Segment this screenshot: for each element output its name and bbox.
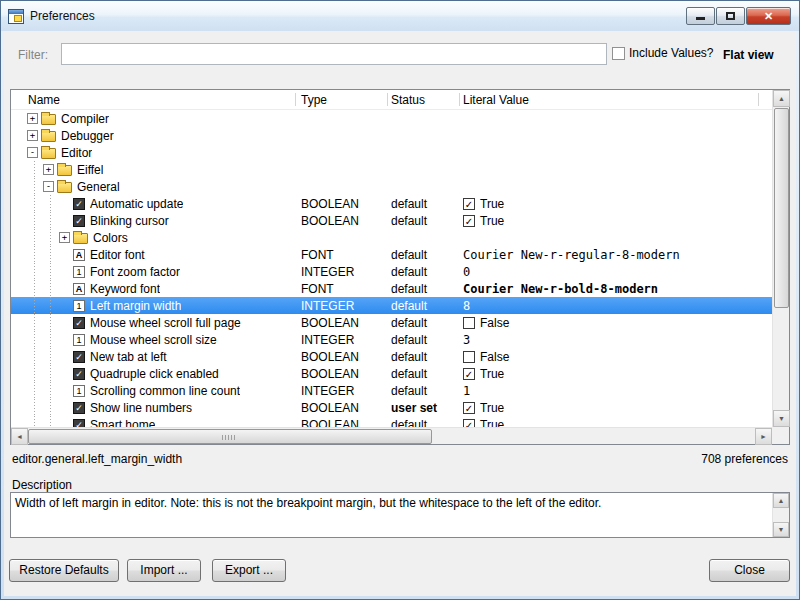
cell-status: default bbox=[387, 316, 459, 330]
value-text: 1 bbox=[463, 384, 470, 398]
scroll-down-icon[interactable]: ▼ bbox=[773, 522, 789, 537]
tree-row-debugger[interactable]: +Debugger bbox=[11, 127, 772, 144]
cell-status: default bbox=[387, 333, 459, 347]
unchecked-checkbox-icon[interactable] bbox=[463, 351, 475, 363]
tree-row-show-line-numbers[interactable]: ✓Show line numbersBOOLEANuser set✓True bbox=[11, 399, 772, 416]
tree-row-colors[interactable]: +Colors bbox=[11, 229, 772, 246]
vertical-scrollbar[interactable]: ▲ ▼ bbox=[772, 90, 789, 427]
include-values-checkbox[interactable] bbox=[612, 47, 625, 60]
folder-icon bbox=[57, 182, 72, 193]
filter-label: Filter: bbox=[18, 48, 48, 62]
tree-row-font-zoom-factor[interactable]: 1Font zoom factorINTEGERdefault0 bbox=[11, 263, 772, 280]
tree-row-quadruple-click-enabled[interactable]: ✓Quadruple click enabledBOOLEANdefault✓T… bbox=[11, 365, 772, 382]
checked-checkbox-icon[interactable]: ✓ bbox=[463, 402, 475, 414]
window-controls: ✕ bbox=[685, 7, 791, 25]
cell-literal-value: False bbox=[459, 316, 772, 330]
collapse-icon[interactable]: - bbox=[43, 181, 54, 192]
include-values-label: Include Values? bbox=[629, 46, 714, 60]
cell-name: +Debugger bbox=[11, 127, 297, 144]
tree-row-mouse-wheel-scroll-size[interactable]: 1Mouse wheel scroll sizeINTEGERdefault3 bbox=[11, 331, 772, 348]
cell-type: BOOLEAN bbox=[297, 350, 387, 364]
maximize-button[interactable] bbox=[716, 7, 745, 25]
cell-literal-value: 3 bbox=[459, 333, 772, 347]
column-header-name[interactable]: Name bbox=[11, 93, 297, 107]
close-button[interactable]: ✕ bbox=[746, 7, 791, 25]
expand-icon[interactable]: + bbox=[59, 232, 70, 243]
cell-name: +Colors bbox=[11, 229, 297, 246]
value-text: Courier New-r-bold-8-modern bbox=[463, 282, 658, 296]
minimize-button[interactable] bbox=[686, 7, 715, 25]
restore-defaults-button[interactable]: Restore Defaults bbox=[9, 559, 119, 582]
column-header-type[interactable]: Type bbox=[297, 93, 387, 107]
tree-row-eiffel[interactable]: +Eiffel bbox=[11, 161, 772, 178]
preference-name: Show line numbers bbox=[90, 401, 192, 415]
preference-name: Mouse wheel scroll size bbox=[90, 333, 217, 347]
collapse-icon[interactable]: - bbox=[27, 147, 38, 158]
cell-status: default bbox=[387, 418, 459, 428]
preference-name: Automatic update bbox=[90, 197, 183, 211]
expand-icon[interactable]: + bbox=[43, 164, 54, 175]
cell-name: AKeyword font bbox=[11, 280, 297, 297]
column-separator[interactable] bbox=[758, 93, 759, 106]
cell-name: ✓Smart home bbox=[11, 416, 297, 427]
scroll-up-icon[interactable]: ▲ bbox=[773, 90, 790, 107]
import-button[interactable]: Import ... bbox=[127, 559, 201, 582]
horizontal-scrollbar-thumb[interactable] bbox=[28, 429, 432, 444]
cell-status: user set bbox=[387, 401, 459, 415]
cell-literal-value: False bbox=[459, 350, 772, 364]
folder-icon bbox=[57, 165, 72, 176]
cell-name: +Compiler bbox=[11, 110, 297, 127]
tree-row-compiler[interactable]: +Compiler bbox=[11, 110, 772, 127]
folder-icon bbox=[41, 148, 56, 159]
scrollbar-corner bbox=[772, 427, 789, 444]
scroll-down-icon[interactable]: ▼ bbox=[773, 410, 790, 427]
include-values-option[interactable]: Include Values? bbox=[612, 46, 714, 60]
unchecked-checkbox-icon[interactable] bbox=[463, 317, 475, 329]
checked-checkbox-icon[interactable]: ✓ bbox=[463, 419, 475, 428]
tree-row-keyword-font[interactable]: AKeyword fontFONTdefaultCourier New-r-bo… bbox=[11, 280, 772, 297]
flat-view-toggle[interactable]: Flat view bbox=[723, 48, 774, 62]
tree-row-editor[interactable]: -Editor bbox=[11, 144, 772, 161]
cell-literal-value: Courier New-r-bold-8-modern bbox=[459, 282, 772, 296]
filter-input[interactable] bbox=[61, 43, 607, 65]
checked-checkbox-icon[interactable]: ✓ bbox=[463, 215, 475, 227]
checked-checkbox-icon[interactable]: ✓ bbox=[463, 198, 475, 210]
tree-row-editor-font[interactable]: AEditor fontFONTdefaultCourier New-r-reg… bbox=[11, 246, 772, 263]
value-text: True bbox=[480, 214, 504, 228]
tree-row-automatic-update[interactable]: ✓Automatic updateBOOLEANdefault✓True bbox=[11, 195, 772, 212]
preference-name: New tab at left bbox=[90, 350, 167, 364]
column-separator[interactable] bbox=[295, 93, 296, 106]
tree-row-blinking-cursor[interactable]: ✓Blinking cursorBOOLEANdefault✓True bbox=[11, 212, 772, 229]
export-button[interactable]: Export ... bbox=[212, 559, 286, 582]
expand-icon[interactable]: + bbox=[27, 113, 38, 124]
cell-name: ✓New tab at left bbox=[11, 348, 297, 365]
scroll-left-icon[interactable]: ◄ bbox=[11, 428, 28, 445]
vertical-scrollbar-thumb[interactable] bbox=[774, 108, 789, 308]
close-dialog-button[interactable]: Close bbox=[709, 559, 790, 582]
cell-status: default bbox=[387, 197, 459, 211]
preference-name: Compiler bbox=[61, 112, 109, 126]
int-icon: 1 bbox=[73, 300, 85, 312]
cell-name: 1Scrolling common line count bbox=[11, 382, 297, 399]
column-header-status[interactable]: Status bbox=[387, 93, 459, 107]
tree-row-mouse-wheel-scroll-full-page[interactable]: ✓Mouse wheel scroll full pageBOOLEANdefa… bbox=[11, 314, 772, 331]
column-separator[interactable] bbox=[387, 93, 388, 106]
scroll-right-icon[interactable]: ► bbox=[755, 428, 772, 445]
scroll-up-icon[interactable]: ▲ bbox=[773, 493, 789, 508]
bool-icon: ✓ bbox=[73, 215, 85, 227]
tree-row-smart-home[interactable]: ✓Smart homeBOOLEANdefault✓True bbox=[11, 416, 772, 427]
tree-row-general[interactable]: -General bbox=[11, 178, 772, 195]
column-header-literal-value[interactable]: Literal Value bbox=[459, 93, 772, 107]
tree-row-new-tab-at-left[interactable]: ✓New tab at leftBOOLEANdefaultFalse bbox=[11, 348, 772, 365]
cell-type: FONT bbox=[297, 282, 387, 296]
selected-preference-path: editor.general.left_margin_width bbox=[12, 452, 182, 466]
checked-checkbox-icon[interactable]: ✓ bbox=[463, 368, 475, 380]
tree-row-left-margin-width[interactable]: 1Left margin widthINTEGERdefault8 bbox=[11, 297, 772, 314]
tree-row-scrolling-common-line-count[interactable]: 1Scrolling common line countINTEGERdefau… bbox=[11, 382, 772, 399]
cell-type: BOOLEAN bbox=[297, 367, 387, 381]
description-scrollbar[interactable]: ▲ ▼ bbox=[772, 493, 789, 537]
horizontal-scrollbar[interactable]: ◄ ► bbox=[11, 427, 772, 444]
titlebar[interactable]: Preferences ✕ bbox=[1, 1, 799, 31]
column-separator[interactable] bbox=[459, 93, 460, 106]
expand-icon[interactable]: + bbox=[27, 130, 38, 141]
